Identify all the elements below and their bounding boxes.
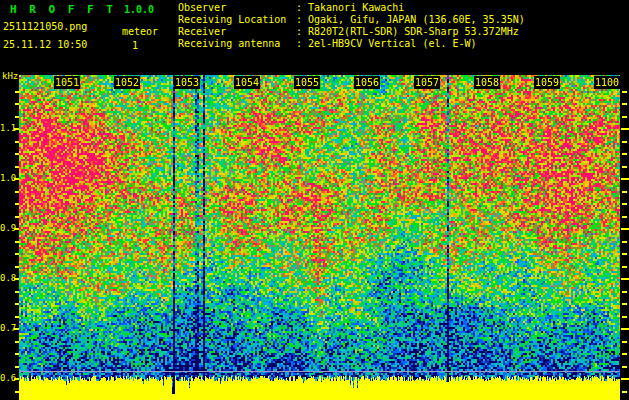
station-row-value: Takanori Kawachi [308,3,404,13]
freq-minor-tick [622,216,627,218]
freq-minor-tick [15,253,19,255]
station-row-label: Receiving Location [178,15,286,25]
freq-major-tick [621,128,629,130]
time-tick-label: 1100 [594,76,620,89]
freq-minor-tick [622,153,627,155]
spectrogram-canvas [19,75,620,400]
time-tick-label: 1054 [234,76,260,89]
freq-major-tick [14,278,19,280]
freq-major-tick [621,228,629,230]
station-row-value: R820T2(RTL-SDR) SDR-Sharp 53.372MHz [308,27,519,37]
freq-major-tick [14,378,19,380]
freq-tick-label: 0.8 [0,274,14,283]
freq-tick-label: 0.6 [0,374,14,383]
freq-minor-tick [15,303,19,305]
freq-minor-tick [15,216,19,218]
freq-minor-tick [622,91,627,93]
freq-minor-tick [622,303,627,305]
freq-minor-tick [622,316,627,318]
freq-tick-label: 0.7 [0,324,14,333]
station-row-separator: : [296,3,302,13]
freq-minor-tick [622,103,627,105]
freq-major-tick [621,178,629,180]
station-row-label: Receiver [178,27,226,37]
time-tick-label: 1053 [174,76,200,89]
freq-minor-tick [622,366,627,368]
station-row-label: Observer [178,3,226,13]
freq-major-tick [621,328,629,330]
file-datetime: 25.11.12 10:50 [3,40,87,50]
freq-major-tick [14,128,19,130]
freq-minor-tick [15,91,19,93]
freq-minor-tick [15,241,19,243]
freq-minor-tick [15,316,19,318]
freq-tick-label: 1.1 [0,124,14,133]
station-row-value: Ogaki, Gifu, JAPAN (136.60E, 35.35N) [308,15,525,25]
freq-minor-tick [15,203,19,205]
freq-major-tick [14,178,19,180]
freq-minor-tick [15,103,19,105]
freq-major-tick [14,228,19,230]
freq-tick-label: 0.9 [0,224,14,233]
freq-minor-tick [15,341,19,343]
freq-minor-tick [15,191,19,193]
freq-minor-tick [622,253,627,255]
app-version: 1.0.0 [124,5,154,15]
freq-minor-tick [622,341,627,343]
freq-minor-tick [622,166,627,168]
frequency-unit-label: kHz [2,72,18,81]
app-title: H R O F F T [10,4,116,15]
freq-minor-tick [15,141,19,143]
freq-minor-tick [622,116,627,118]
freq-minor-tick [15,166,19,168]
freq-minor-tick [622,203,627,205]
freq-minor-tick [622,266,627,268]
freq-minor-tick [622,141,627,143]
observation-mode: meteor [122,27,158,37]
station-row-separator: : [296,39,302,49]
freq-minor-tick [15,391,19,393]
freq-minor-tick [622,353,627,355]
freq-minor-tick [15,153,19,155]
freq-minor-tick [15,366,19,368]
station-row-value: 2el-HB9CV Vertical (el. E-W) [308,39,477,49]
freq-minor-tick [622,191,627,193]
time-tick-label: 1052 [114,76,140,89]
station-row-separator: : [296,15,302,25]
station-row-separator: : [296,27,302,37]
time-tick-label: 1051 [54,76,80,89]
freq-minor-tick [15,266,19,268]
freq-minor-tick [15,291,19,293]
freq-minor-tick [15,353,19,355]
station-row-label: Receiving antenna [178,39,280,49]
time-tick-label: 1056 [354,76,380,89]
freq-minor-tick [622,391,627,393]
time-tick-label: 1057 [414,76,440,89]
time-tick-label: 1058 [474,76,500,89]
hrofft-window: H R O F F T 1.0.0 2511121050.png meteor … [0,0,629,400]
meteor-count: 1 [132,41,138,51]
freq-minor-tick [15,116,19,118]
freq-major-tick [621,278,629,280]
freq-minor-tick [622,241,627,243]
file-name: 2511121050.png [3,22,87,32]
time-tick-label: 1055 [294,76,320,89]
freq-major-tick [621,378,629,380]
time-tick-label: 1059 [534,76,560,89]
freq-major-tick [14,328,19,330]
freq-tick-label: 1.0 [0,174,14,183]
freq-minor-tick [622,291,627,293]
